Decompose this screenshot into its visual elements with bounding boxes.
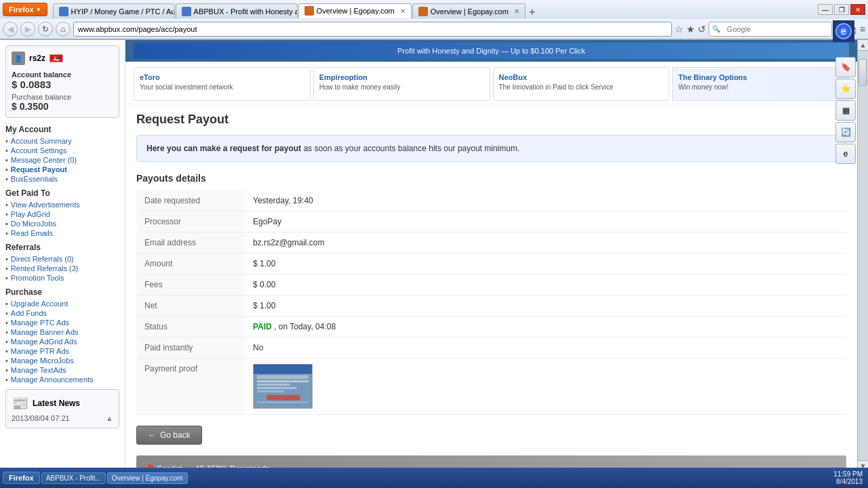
manage-microjobs-link[interactable]: Manage MicroJobs (11, 357, 74, 365)
banner-ad[interactable]: Profit with Honesty and Dignity — Up to … (134, 43, 849, 59)
bullet-icon: • (5, 146, 8, 155)
sidebar-item-rented-refs[interactable]: • Rented Referrals (3) (5, 264, 119, 272)
restore-button[interactable]: ❐ (834, 4, 849, 15)
svg-rect-8 (267, 395, 300, 401)
sidebar-item-read-emails[interactable]: • Read Emails (5, 229, 119, 237)
news-icon: 📰 (12, 395, 28, 411)
bullet-icon: • (5, 255, 8, 263)
manage-textads-link[interactable]: Manage TextAds (11, 366, 66, 374)
back-button[interactable]: ◀ (3, 22, 18, 37)
account-settings-link[interactable]: Account Settings (11, 146, 67, 155)
sidebar-item-manage-announcements[interactable]: • Manage Announcements (5, 375, 119, 384)
ad-card-binary[interactable]: The Binary Options Win money now! (672, 67, 849, 101)
svg-rect-7 (257, 390, 283, 392)
ad-binary-title: The Binary Options (678, 73, 843, 81)
scrollbar-thumb[interactable] (859, 59, 867, 86)
table-row: Processor EgoPay (136, 211, 846, 232)
sidebar-item-upgrade[interactable]: • Upgrade Account (5, 300, 119, 308)
rented-refs-link[interactable]: Rented Referrals (3) (11, 264, 79, 272)
referrals-section: Referrals • Direct Referrals (0) • Rente… (5, 243, 119, 282)
close-button[interactable]: ✕ (850, 4, 865, 15)
manage-adgrid-link[interactable]: Manage AdGrid Ads (11, 338, 77, 346)
tab-2[interactable]: ABPBUX - Profit with Honesty and Di... ✕ (176, 3, 298, 18)
sidebar-icon-ie[interactable]: e (835, 144, 856, 164)
sidebar-item-manage-ptc[interactable]: • Manage PTC Ads (5, 319, 119, 327)
news-expand-icon[interactable]: ▲ (106, 414, 113, 422)
manage-ptc-link[interactable]: Manage PTC Ads (11, 319, 69, 327)
ad-card-etoro[interactable]: eToro Your social investment network (134, 67, 311, 101)
scroll-up-button[interactable]: ▲ (858, 40, 868, 51)
bullet-icon: • (5, 220, 8, 228)
ie-icon[interactable]: e (833, 20, 854, 42)
ad-etoro-title: eToro (140, 73, 304, 81)
tab-3[interactable]: Overview | Egopay.com ✕ (298, 3, 412, 18)
menu-button[interactable]: ≡ (860, 24, 865, 35)
promotion-tools-link[interactable]: Promotion Tools (11, 274, 64, 282)
details-section-title: Payouts details (136, 173, 846, 184)
sidebar-item-direct-refs[interactable]: • Direct Referrals (0) (5, 255, 119, 263)
manage-banner-link[interactable]: Manage Banner Ads (11, 328, 79, 336)
sidebar-item-message-center[interactable]: • Message Center (0) (5, 156, 119, 164)
table-row: Status PAID , on Today, 04:08 (136, 317, 846, 338)
sidebar-item-play-adgrid[interactable]: • Play AdGrid (5, 210, 119, 218)
read-emails-link[interactable]: Read Emails (11, 229, 53, 237)
firefox-button[interactable]: Firefox ▼ (3, 3, 47, 16)
new-tab-button[interactable]: + (526, 6, 538, 18)
sidebar-item-manage-textads[interactable]: • Manage TextAds (5, 366, 119, 374)
sidebar-icon-refresh[interactable]: 🔄 (835, 122, 856, 142)
manage-ptr-link[interactable]: Manage PTR Ads (11, 347, 69, 355)
sidebar-item-account-summary[interactable]: • Account Summary (5, 137, 119, 145)
sidebar-item-manage-ptr[interactable]: • Manage PTR Ads (5, 347, 119, 355)
microjobs-link[interactable]: Do MicroJobs (11, 220, 56, 228)
tab-3-close[interactable]: ✕ (400, 7, 406, 15)
direct-refs-link[interactable]: Direct Referrals (0) (11, 255, 74, 263)
manage-announcements-link[interactable]: Manage Announcements (11, 375, 94, 384)
sidebar-item-request-payout[interactable]: • Request Payout (5, 165, 119, 174)
firefox-arrow-icon: ▼ (36, 7, 41, 13)
sidebar-item-view-ads[interactable]: • View Advertisements (5, 201, 119, 209)
bullet-icon: • (5, 319, 8, 327)
home-button[interactable]: ⌂ (56, 22, 71, 37)
ad-card-neobux[interactable]: NeoBux The Innovation in Paid to click S… (493, 67, 670, 101)
bookmark-star-button[interactable]: ★ (686, 24, 695, 35)
main-area: Profit with Honesty and Dignity — Up to … (125, 40, 857, 471)
taskbar-start[interactable]: Firefox (3, 472, 40, 484)
bookmark-button[interactable]: ☆ (675, 24, 684, 35)
sidebar-item-manage-microjobs[interactable]: • Manage MicroJobs (5, 357, 119, 365)
reload-button[interactable]: ↻ (38, 22, 53, 37)
ad-card-empireoption[interactable]: Empireoption How to make money easily (313, 67, 490, 101)
tab-1[interactable]: HYIP / Money Game / PTC / Autosurf... ✕ (53, 3, 175, 18)
sidebar-item-add-funds[interactable]: • Add Funds (5, 309, 119, 317)
account-summary-link[interactable]: Account Summary (11, 137, 72, 145)
forward-button[interactable]: ▶ (20, 22, 35, 37)
payment-proof-image[interactable] (253, 364, 313, 409)
sidebar-icon-grid[interactable]: ▦ (835, 100, 856, 121)
buxessentials-link[interactable]: BuxEssentials (11, 175, 58, 183)
refresh-icon[interactable]: ↺ (698, 24, 706, 35)
url-bar[interactable] (73, 22, 672, 37)
table-row: Email address bz.rs2z@gmail.com (136, 232, 846, 253)
add-funds-link[interactable]: Add Funds (11, 309, 47, 317)
sidebar-icon-star[interactable]: ⭐ (835, 79, 856, 99)
request-payout-link[interactable]: Request Payout (11, 165, 67, 174)
view-ads-link[interactable]: View Advertisements (11, 201, 80, 209)
play-adgrid-link[interactable]: Play AdGrid (11, 210, 50, 218)
minimize-button[interactable]: — (818, 4, 833, 15)
tab-4-close[interactable]: ✕ (514, 7, 519, 15)
tab-4[interactable]: Overview | Egopay.com ✕ (412, 3, 526, 18)
search-input[interactable] (723, 22, 831, 36)
nav-bar: ◀ ▶ ↻ ⌂ ☆ ★ ↺ 🔍 ⬇ 🏠 ≡ e (0, 19, 868, 39)
taskbar-item-2[interactable]: Overview | Egopay.com (107, 472, 188, 484)
upgrade-link[interactable]: Upgrade Account (11, 300, 68, 308)
sidebar-item-manage-banner[interactable]: • Manage Banner Ads (5, 328, 119, 336)
sidebar-item-promotion-tools[interactable]: • Promotion Tools (5, 274, 119, 282)
message-center-link[interactable]: Message Center (0) (11, 156, 77, 164)
sidebar-item-account-settings[interactable]: • Account Settings (5, 146, 119, 155)
go-back-button[interactable]: ← Go back (136, 426, 202, 445)
sidebar-item-manage-adgrid[interactable]: • Manage AdGrid Ads (5, 338, 119, 346)
taskbar-item-1[interactable]: ABPBUX - Profit... (41, 472, 106, 484)
sidebar-item-buxessentials[interactable]: • BuxEssentials (5, 175, 119, 183)
sidebar-item-microjobs[interactable]: • Do MicroJobs (5, 220, 119, 228)
sidebar-icon-bookmark[interactable]: 🔖 (835, 57, 856, 77)
scrollbar-right[interactable]: ▲ ▼ (857, 40, 868, 471)
